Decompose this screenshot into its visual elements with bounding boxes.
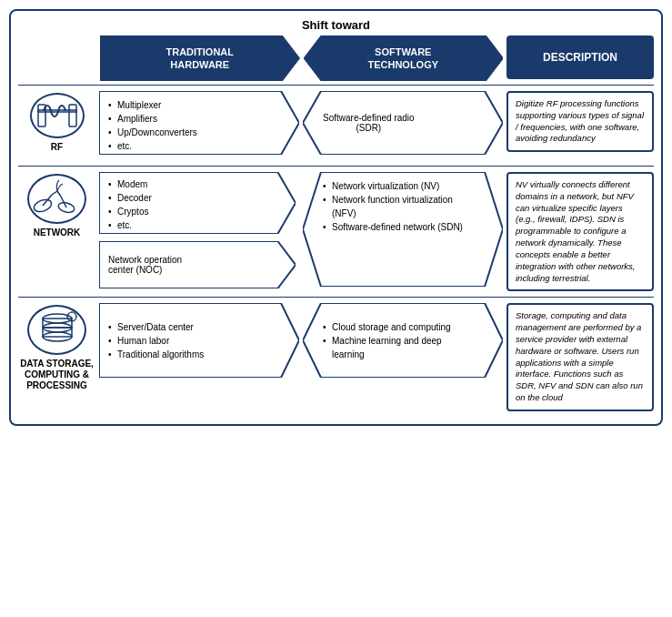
network-software-list: Network virtualization (NV) Network func… — [323, 179, 474, 234]
data-storage-section: DATA STORAGE, COMPUTING & PROCESSING Ser… — [18, 297, 654, 417]
shift-label: Shift toward — [18, 18, 654, 32]
svg-rect-4 — [69, 105, 76, 126]
svg-line-9 — [52, 191, 57, 195]
network-trad-noc-content: Network operationcenter (NOC) — [99, 241, 296, 288]
network-modem-4: etc. — [108, 218, 152, 232]
data-description: Storage, computing and data management a… — [507, 303, 654, 411]
rf-traditional-cell: Multiplexer Amplifiers Up/Downconverters… — [99, 91, 299, 160]
rf-trad-item-4: etc. — [108, 139, 197, 153]
rf-section: RF Multiplexer Amplifiers Up/Downconvert… — [18, 85, 654, 166]
network-modem-2: Decoder — [108, 191, 152, 205]
data-trad-1: Server/Data center — [108, 320, 204, 334]
svg-line-12 — [57, 191, 61, 197]
data-icon — [27, 305, 86, 355]
rf-label-col: RF — [18, 91, 95, 153]
network-soft-2: Network function virtualization (NFV) — [323, 193, 474, 220]
header-row: TRADITIONALHARDWARE SOFTWARETECHNOLOGY D… — [18, 35, 654, 81]
data-label-col: DATA STORAGE, COMPUTING & PROCESSING — [18, 303, 95, 391]
rf-trad-item-2: Amplifiers — [108, 112, 197, 126]
data-traditional-list: Server/Data center Human labor Tradition… — [108, 320, 204, 361]
traditional-header-label: TRADITIONALHARDWARE — [100, 35, 300, 81]
data-soft-2: Machine learning and deep learning — [323, 334, 474, 361]
data-software-list: Cloud storage and computing Machine lear… — [323, 320, 474, 361]
rf-wave-svg — [36, 99, 78, 132]
header-spacer — [18, 35, 100, 81]
network-description: NV virtually connects different domains … — [507, 172, 654, 291]
network-satellite-svg — [32, 178, 83, 220]
data-software-content: Cloud storage and computing Machine lear… — [303, 303, 499, 378]
network-soft-1: Network virtualization (NV) — [323, 179, 474, 193]
network-trad-modem-content: Modem Decoder Cryptos etc. — [99, 172, 296, 238]
network-traditional-col: Modem Decoder Cryptos etc. Network opera… — [99, 172, 299, 288]
network-section: NETWORK Modem Decoder Cryptos etc. — [18, 166, 654, 297]
rf-traditional-content: Multiplexer Amplifiers Up/Downconverters… — [99, 91, 296, 160]
network-modem-3: Cryptos — [108, 205, 152, 218]
network-trad-noc: Network operationcenter (NOC) — [99, 241, 296, 288]
rf-trad-item-3: Up/Downconverters — [108, 126, 197, 139]
rf-section-label: RF — [51, 142, 63, 153]
main-container: Shift toward TRADITIONALHARDWARE SOFTWAR… — [9, 9, 663, 426]
network-icon — [27, 174, 86, 224]
rf-software-cell: Software-defined radio(SDR) — [303, 91, 503, 155]
rf-software-content: Software-defined radio(SDR) — [303, 91, 499, 155]
data-traditional-cell: Server/Data center Human labor Tradition… — [99, 303, 299, 378]
data-trad-3: Traditional algorithms — [108, 348, 204, 361]
data-traditional-content: Server/Data center Human labor Tradition… — [99, 303, 296, 378]
data-trad-2: Human labor — [108, 334, 204, 348]
data-software-cell: Cloud storage and computing Machine lear… — [303, 303, 503, 378]
network-software-content: Network virtualization (NV) Network func… — [303, 172, 499, 287]
data-soft-1: Cloud storage and computing — [323, 320, 474, 334]
description-header: DESCRIPTION — [507, 35, 654, 79]
rf-trad-item-1: Multiplexer — [108, 98, 197, 112]
rf-traditional-list: Multiplexer Amplifiers Up/Downconverters… — [108, 98, 197, 153]
rf-icon — [30, 93, 85, 138]
network-soft-3: Software-defined network (SDN) — [323, 220, 474, 234]
data-section-label: DATA STORAGE, COMPUTING & PROCESSING — [18, 359, 95, 391]
network-label-col: NETWORK — [18, 172, 95, 238]
software-header-label: SOFTWARETECHNOLOGY — [304, 35, 504, 81]
network-section-label: NETWORK — [34, 228, 81, 238]
network-trad-modem-list: Modem Decoder Cryptos etc. — [108, 177, 152, 232]
network-software-cell: Network virtualization (NV) Network func… — [303, 172, 503, 287]
network-trad-modem: Modem Decoder Cryptos etc. — [99, 172, 296, 238]
data-storage-svg — [34, 309, 81, 351]
network-modem-1: Modem — [108, 177, 152, 191]
rf-description: Digitize RF processing functions support… — [507, 91, 654, 152]
